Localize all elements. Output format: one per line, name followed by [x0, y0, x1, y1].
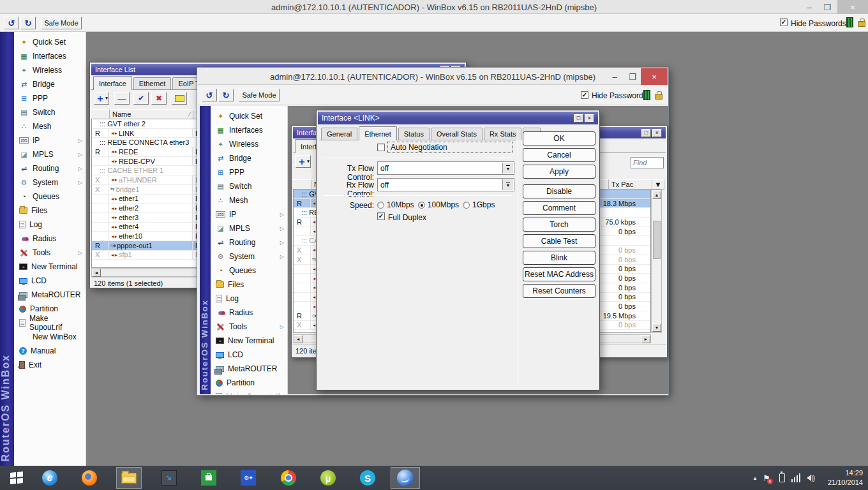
outer-minimize-button[interactable]: –: [801, 0, 818, 14]
undo-button[interactable]: ↺: [202, 89, 217, 101]
dialog-titlebar[interactable]: Interface <LINK> □ ×: [318, 112, 598, 124]
inner-close-button[interactable]: ×: [641, 68, 668, 85]
sidebar-item-mesh[interactable]: ∴Mesh: [211, 193, 287, 207]
dropdown-arrow-icon[interactable]: ▼: [502, 163, 513, 174]
sidebar-item-exit[interactable]: Exit: [14, 358, 86, 372]
torch-button[interactable]: Torch: [523, 218, 595, 232]
sidebar-item-routing[interactable]: ⇌Routing▷: [211, 235, 287, 249]
sidebar-item-lcd[interactable]: LCD: [211, 348, 287, 362]
remove-button[interactable]: —: [114, 92, 130, 105]
speed-option-10mbps[interactable]: 10Mbps: [377, 200, 414, 209]
reset-counters-button[interactable]: Reset Counters: [523, 284, 595, 298]
sidebar-item-bridge[interactable]: ⇄Bridge: [14, 77, 86, 91]
scroll-up-button[interactable]: ▲: [652, 191, 661, 199]
sidebar-item-mesh[interactable]: ∴Mesh: [14, 119, 86, 133]
outer-close-button[interactable]: ×: [837, 0, 868, 14]
sidebar-item-switch[interactable]: ▤Switch: [211, 179, 287, 193]
inner-interface-list-close-button[interactable]: ×: [652, 129, 662, 137]
column-select-button[interactable]: ▼: [652, 179, 664, 189]
sidebar-item-log[interactable]: Log: [14, 218, 86, 232]
firefox-taskbar-icon[interactable]: [77, 467, 102, 489]
sidebar-item-new-terminal[interactable]: »New Terminal: [14, 260, 86, 274]
inner-maximize-button[interactable]: ❒: [624, 68, 641, 85]
sidebar-item-bridge[interactable]: ⇄Bridge: [211, 151, 287, 165]
scroll-left-button[interactable]: ◄: [92, 269, 101, 277]
speed-option-1gbps[interactable]: 1Gbps: [463, 200, 495, 209]
sidebar-item-quick-set[interactable]: ✦Quick Set: [211, 109, 287, 123]
sidebar-item-new-terminal[interactable]: »New Terminal: [211, 334, 287, 348]
sidebar-item-queues[interactable]: ◔Queues: [211, 264, 287, 278]
safe-mode-button[interactable]: Safe Mode: [41, 17, 82, 29]
cancel-button[interactable]: Cancel: [523, 148, 595, 162]
scroll-down-button[interactable]: ▼: [652, 323, 661, 332]
sidebar-item-queues[interactable]: ◔Queues: [14, 189, 86, 204]
app-launcher-taskbar-icon[interactable]: ➔: [156, 467, 182, 489]
sidebar-item-make-supout-rif[interactable]: Make Supout.rif: [211, 390, 287, 394]
sidebar-item-ip[interactable]: 255IP▷: [14, 133, 86, 147]
dialog-close-button[interactable]: ×: [585, 114, 594, 122]
sidebar-item-wireless[interactable]: ⌖Wireless: [14, 63, 86, 77]
comment-button[interactable]: [172, 92, 187, 105]
scroll-right-button[interactable]: ►: [641, 335, 650, 343]
radio-10mbps[interactable]: [377, 202, 384, 209]
add-button[interactable]: ＋▾: [94, 92, 109, 105]
hidden-icons-icon[interactable]: ▴: [754, 475, 757, 481]
sidebar-item-log[interactable]: Log: [211, 292, 287, 306]
txpac-column-header[interactable]: Tx Pac: [609, 179, 652, 189]
undo-button[interactable]: ↺: [4, 17, 19, 29]
vscroll-thumb[interactable]: [653, 221, 661, 259]
blink-button[interactable]: Blink: [523, 251, 595, 265]
disable-button[interactable]: Disable: [523, 184, 595, 198]
tx-flow-control-select[interactable]: off ▼: [377, 161, 514, 175]
full-duplex-checkbox[interactable]: [377, 212, 385, 220]
volume-icon[interactable]: )): [807, 475, 814, 482]
disable-button[interactable]: ✖: [151, 92, 167, 105]
dialog-maximize-button[interactable]: □: [574, 114, 583, 122]
system-utility-taskbar-icon[interactable]: ⚙✦: [236, 467, 261, 489]
inner-minimize-button[interactable]: –: [606, 68, 623, 85]
sidebar-item-files[interactable]: Files: [14, 204, 86, 218]
sidebar-item-files[interactable]: Files: [211, 278, 287, 292]
sidebar-item-radius[interactable]: ☻Radius: [14, 232, 86, 246]
outer-window-titlebar[interactable]: admin@172.10.10.1 (AUTENTICADOR) - WinBo…: [0, 0, 868, 14]
sidebar-item-interfaces[interactable]: ▦Interfaces: [14, 49, 86, 63]
inner-interface-list-maximize-button[interactable]: □: [641, 129, 651, 137]
sidebar-item-quick-set[interactable]: ✦Quick Set: [14, 35, 86, 49]
sidebar-item-lcd[interactable]: LCD: [14, 274, 86, 288]
safe-mode-button[interactable]: Safe Mode: [239, 89, 280, 101]
dialog-tab-overall-stats[interactable]: Overall Stats: [431, 128, 483, 140]
sidebar-item-system[interactable]: ⚙System▷: [211, 249, 287, 264]
outer-maximize-button[interactable]: ❒: [819, 0, 835, 14]
reset-mac-address-button[interactable]: Reset MAC Address: [523, 267, 595, 281]
internet-explorer-taskbar-icon[interactable]: e: [37, 467, 63, 489]
utorrent-taskbar-icon[interactable]: µ: [315, 467, 341, 489]
sidebar-item-manual[interactable]: ?Manual: [14, 344, 86, 358]
sidebar-item-radius[interactable]: ☻Radius: [211, 306, 287, 320]
sidebar-item-routing[interactable]: ⇌Routing▷: [14, 161, 86, 175]
name-column-header[interactable]: Name∕: [110, 109, 193, 119]
redo-button[interactable]: ↻: [218, 89, 234, 101]
sidebar-item-switch[interactable]: ▤Switch: [14, 105, 86, 119]
radio-1gbps[interactable]: [463, 202, 470, 209]
inner-window-titlebar[interactable]: admin@172.10.10.1 (AUTENTICADOR) - WinBo…: [198, 68, 668, 85]
interface-list-tab-interface[interactable]: Interface: [93, 76, 132, 90]
sidebar-item-tools[interactable]: Tools▷: [211, 320, 287, 334]
sidebar-item-tools[interactable]: Tools▷: [14, 246, 86, 260]
sidebar-item-wireless[interactable]: ⌖Wireless: [211, 137, 287, 151]
power-icon[interactable]: [779, 473, 785, 482]
winbox-taskbar-icon[interactable]: [391, 467, 420, 489]
ok-button[interactable]: OK: [523, 131, 595, 145]
speed-option-100mbps[interactable]: 100Mbps: [418, 200, 459, 209]
sidebar-item-ppp[interactable]: ⊞PPP: [211, 165, 287, 179]
cable-test-button[interactable]: Cable Test: [523, 234, 595, 248]
sidebar-item-make-supout-rif[interactable]: Make Supout.rif: [14, 316, 86, 330]
add-button[interactable]: ＋▾: [296, 155, 311, 168]
sidebar-item-ip[interactable]: 255IP▷: [211, 207, 287, 221]
sidebar-item-metarouter[interactable]: MetaROUTER: [211, 362, 287, 376]
skype-taskbar-icon[interactable]: S: [355, 467, 380, 489]
rx-flow-control-select[interactable]: off ▼: [377, 178, 514, 191]
sidebar-item-mpls[interactable]: ◪MPLS▷: [14, 147, 86, 161]
auto-negotiation-label[interactable]: Auto Negotiation: [387, 142, 513, 153]
auto-negotiation-checkbox[interactable]: [377, 144, 385, 151]
dialog-tab-rx-stats[interactable]: Rx Stats: [484, 128, 522, 140]
